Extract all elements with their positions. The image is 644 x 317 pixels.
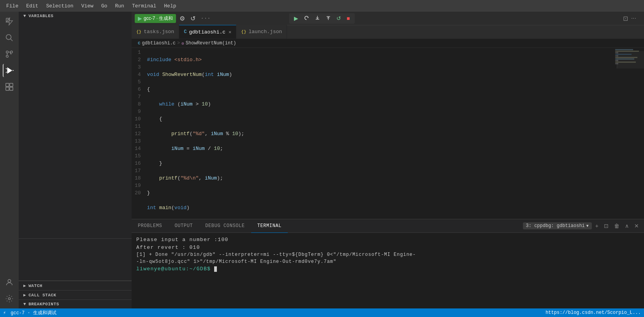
breadcrumb-file[interactable]: C gdbtiaoshi.c <box>138 41 176 46</box>
terminal-line-1: Please input a number :100 <box>136 236 639 244</box>
svg-point-5 <box>6 55 9 58</box>
svg-point-4 <box>11 51 13 53</box>
variables-chevron: ▼ <box>23 14 26 18</box>
step-into-button[interactable] <box>313 14 322 23</box>
tab-output[interactable]: OUTPUT <box>168 219 199 233</box>
continue-button[interactable]: ▶ <box>292 14 300 23</box>
menu-item-view[interactable]: View <box>78 2 97 10</box>
tab-gdbtiaoshi[interactable]: C gdbtiaoshi.c ✕ <box>179 25 236 39</box>
terminal-cursor <box>214 266 217 272</box>
svg-rect-9 <box>6 87 9 90</box>
debug-status-icon: ⚡ <box>3 310 6 316</box>
more-button[interactable]: ··· <box>201 15 210 21</box>
tab-launch-label: launch.json <box>248 29 282 35</box>
launch-tab-icon: {} <box>241 30 246 34</box>
play-icon: ▶ <box>138 15 142 21</box>
tab-gdbtiaoshi-label: gdbtiaoshi.c <box>189 29 225 35</box>
settings-button[interactable]: ⚙ <box>178 14 187 23</box>
svg-point-11 <box>8 280 11 282</box>
status-right: https://blog.csdn.net/Scorpio_L... <box>545 310 641 315</box>
bottom-panel: PROBLEMS OUTPUT DEBUG CONSOLE TERMINAL 3… <box>132 219 644 308</box>
prompt-text: liwenye@ubuntu:~/GDB$ <box>136 266 214 272</box>
step-out-button[interactable] <box>324 14 333 23</box>
breadcrumb-func[interactable]: ⊙ ShowRevertNum(int) <box>181 41 236 46</box>
status-bar: ⚡ gcc-7 · 生成和调试 https://blog.csdn.net/Sc… <box>0 308 644 317</box>
code-editor[interactable]: 12345 678910 1112131415 1617181920 #incl… <box>132 48 613 219</box>
breakpoints-label: BREAKPOINTS <box>28 302 59 306</box>
split-terminal-button[interactable]: ⊡ <box>602 222 611 230</box>
terminal-prompt: liwenye@ubuntu:~/GDB$ <box>136 265 639 273</box>
svg-rect-10 <box>10 87 13 90</box>
tab-problems[interactable]: PROBLEMS <box>132 219 168 233</box>
svg-point-12 <box>8 298 11 300</box>
maximize-panel-button[interactable]: ∧ <box>623 222 631 230</box>
menu-item-help[interactable]: Help <box>161 2 179 10</box>
breadcrumb: C gdbtiaoshi.c > ⊙ ShowRevertNum(int) <box>132 39 644 48</box>
add-terminal-button[interactable]: + <box>593 222 600 230</box>
account-icon[interactable] <box>3 276 16 289</box>
svg-marker-6 <box>7 67 12 74</box>
variables-section: ▼ VARIABLES <box>19 12 132 239</box>
tab-tasks-label: tasks.json <box>144 29 174 35</box>
terminal-selector-label: 3: cppdbg: gdbtiaoshi <box>526 223 585 229</box>
editor-with-minimap: 12345 678910 1112131415 1617181920 #incl… <box>132 48 644 219</box>
terminal-selector-chevron: ▼ <box>586 224 589 228</box>
activity-bar <box>0 12 19 308</box>
restart-button[interactable]: ↺ <box>334 14 343 23</box>
sidebar: ▼ VARIABLES ▶ WATCH ▶ CALL STACK ▼ BREAK… <box>19 12 132 308</box>
stop-button[interactable]: ■ <box>345 14 352 23</box>
tab-gdbtiaoshi-close[interactable]: ✕ <box>229 29 231 35</box>
breakpoints-chevron: ▼ <box>23 302 26 306</box>
svg-line-2 <box>11 39 13 41</box>
panel-tab-actions: 3: cppdbg: gdbtiaoshi ▼ + ⊡ 🗑 ∧ ✕ <box>523 222 644 230</box>
watch-header[interactable]: ▶ WATCH <box>19 281 132 290</box>
menu-item-file[interactable]: File <box>3 2 21 10</box>
menu-item-run[interactable]: Run <box>112 2 127 10</box>
source-control-icon[interactable] <box>3 48 16 61</box>
more-actions-button[interactable]: ··· <box>630 13 638 23</box>
terminal-selector[interactable]: 3: cppdbg: gdbtiaoshi ▼ <box>523 222 592 229</box>
run-debug-button[interactable]: ▶ gcc-7 · 生成和 <box>135 14 176 23</box>
svg-point-3 <box>6 51 9 53</box>
call-stack-header[interactable]: ▶ CALL STACK <box>19 290 132 299</box>
menu-item-terminal[interactable]: Terminal <box>129 2 159 10</box>
split-editor-button[interactable]: ⊡ <box>621 13 630 24</box>
tab-tasks[interactable]: {} tasks.json <box>132 25 179 39</box>
step-over-button[interactable] <box>302 14 311 23</box>
svg-rect-8 <box>10 83 13 86</box>
call-stack-label: CALL STACK <box>28 293 56 298</box>
debug-toolbar: ▶ gcc-7 · 生成和 ⚙ ↺ ··· ▶ ↺ ■ <box>132 12 644 25</box>
delete-terminal-button[interactable]: 🗑 <box>612 222 621 230</box>
menu-item-edit[interactable]: Edit <box>23 2 41 10</box>
watch-label: WATCH <box>28 284 42 288</box>
tabs-bar: {} tasks.json C gdbtiaoshi.c ✕ {} launch… <box>132 25 644 39</box>
call-stack-chevron: ▶ <box>23 292 26 298</box>
debug-status-label[interactable]: gcc-7 · 生成和调试 <box>11 310 56 316</box>
terminal[interactable]: Please input a number :100 After revert … <box>132 233 644 308</box>
variables-header[interactable]: ▼ VARIABLES <box>19 12 132 20</box>
tab-debug-console[interactable]: DEBUG CONSOLE <box>199 219 251 233</box>
debug-icon[interactable] <box>3 64 16 77</box>
search-icon[interactable] <box>3 31 16 44</box>
extensions-icon[interactable] <box>3 80 16 93</box>
tab-launch[interactable]: {} launch.json <box>236 25 287 39</box>
gdbtiaoshi-tab-icon: C <box>184 29 187 35</box>
editor-area: ▶ gcc-7 · 生成和 ⚙ ↺ ··· ▶ ↺ ■ <box>132 12 644 308</box>
tasks-tab-icon: {} <box>136 30 141 34</box>
refresh-button[interactable]: ↺ <box>188 14 197 23</box>
code-content: #include <stdio.h> void ShowRevertNum(in… <box>147 48 613 219</box>
panel-tabs: PROBLEMS OUTPUT DEBUG CONSOLE TERMINAL 3… <box>132 219 644 233</box>
status-link[interactable]: https://blog.csdn.net/Scorpio_L... <box>545 310 641 315</box>
main-container: ▼ VARIABLES ▶ WATCH ▶ CALL STACK ▼ BREAK… <box>0 12 644 308</box>
settings-icon[interactable] <box>3 292 16 305</box>
tab-terminal[interactable]: TERMINAL <box>251 219 288 233</box>
breakpoints-header[interactable]: ▼ BREAKPOINTS <box>19 299 132 308</box>
terminal-line-3: [1] + Done "/usr/bin/gdb" --interpreter=… <box>136 251 639 258</box>
tab-actions: ⊡ ··· <box>621 13 641 24</box>
close-panel-button[interactable]: ✕ <box>632 222 641 230</box>
svg-point-1 <box>6 35 11 40</box>
breadcrumb-func-icon: ⊙ <box>181 41 184 46</box>
explorer-icon[interactable] <box>3 15 16 28</box>
menu-item-selection[interactable]: Selection <box>43 2 76 10</box>
menu-item-go[interactable]: Go <box>98 2 111 10</box>
